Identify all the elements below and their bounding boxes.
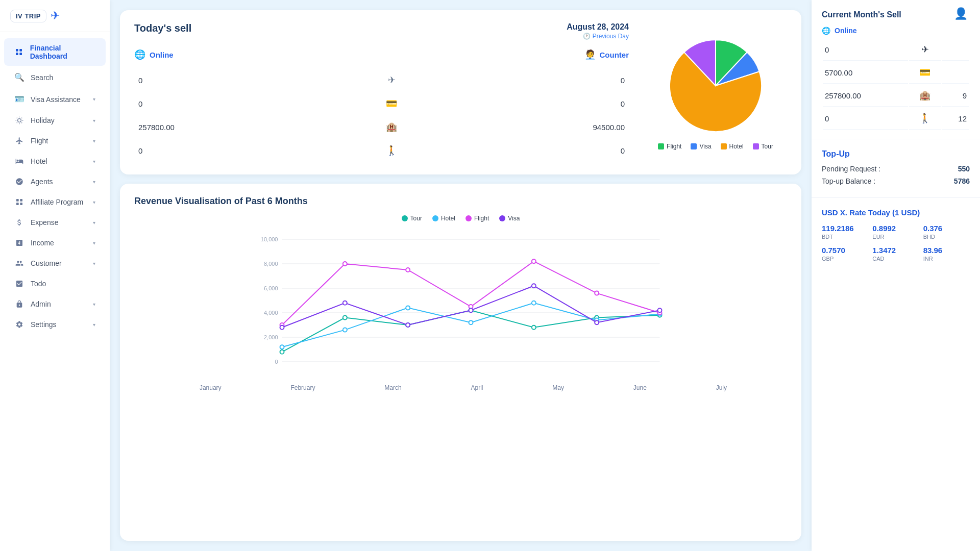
svg-rect-0	[16, 49, 18, 52]
sidebar-item-holiday[interactable]: Holiday ▾	[4, 111, 106, 130]
usd-rate-gbp: 0.7570 GBP	[822, 246, 868, 262]
current-icon: 🚶	[909, 108, 941, 130]
pending-label: Pending Request :	[822, 165, 880, 173]
dot-tour-0	[280, 350, 284, 354]
todays-sell-card: Today's sell August 28, 2024 🕐 Previous …	[120, 10, 801, 174]
month-label: January	[200, 384, 222, 391]
usd-rate-bdt: 119.2186 BDT	[822, 224, 868, 240]
svg-text:10,000: 10,000	[261, 236, 278, 242]
nav-icon-affiliate-program	[14, 198, 24, 206]
sidebar: IV TRIP ✈ Financial Dashboard 🔍 Search 🪪…	[0, 0, 110, 551]
sell-chart: FlightVisaHotelTour	[644, 22, 787, 162]
chevron-icon: ▾	[93, 240, 95, 246]
revenue-title: Revenue Visualisation of Past 6 Months	[134, 196, 787, 207]
balance-val: 5786	[954, 177, 970, 185]
user-avatar[interactable]: 👤	[954, 7, 968, 20]
usd-value: 1.3472	[872, 246, 919, 255]
svg-text:6,000: 6,000	[264, 285, 278, 291]
chevron-icon: ▾	[93, 220, 95, 226]
usd-currency: EUR	[872, 234, 919, 240]
sidebar-nav: Financial Dashboard 🔍 Search 🪪 Visa Assi…	[0, 32, 110, 340]
svg-rect-13	[16, 199, 19, 202]
dot-visa-6	[658, 308, 662, 312]
sidebar-item-agents[interactable]: Agents ▾	[4, 172, 106, 191]
nav-icon-agents	[14, 178, 24, 186]
sidebar-item-flight[interactable]: Flight ▾	[4, 131, 106, 151]
chevron-icon: ▾	[93, 179, 95, 185]
right-panel: Current Month's Sell 🌐 Online 0 ✈ 5700.0…	[812, 0, 980, 551]
chevron-icon: ▾	[93, 118, 95, 123]
usd-rate-inr: 83.96 INR	[923, 246, 970, 262]
month-label: February	[290, 384, 315, 391]
sell-counter-val: 0	[438, 139, 629, 162]
sidebar-item-settings[interactable]: Settings ▾	[4, 315, 106, 334]
current-val: 5700.00	[823, 62, 908, 84]
sidebar-item-visa-assistance[interactable]: 🪪 Visa Assistance ▾	[4, 89, 106, 110]
month-label: July	[716, 384, 727, 391]
revenue-legend-tour: Tour	[402, 215, 422, 222]
nav-label-customer: Customer	[31, 259, 62, 267]
chevron-icon: ▾	[93, 138, 95, 144]
usd-currency: CAD	[872, 256, 919, 262]
logo-plane-icon: ✈	[51, 9, 60, 22]
pending-val: 550	[958, 165, 970, 173]
usd-rate-cad: 1.3472 CAD	[872, 246, 919, 262]
usd-title: USD X. Rate Today (1 USD)	[822, 208, 970, 217]
nav-icon-search: 🔍	[14, 72, 24, 82]
sell-online-val: 0	[134, 139, 346, 162]
sell-counter-val: 0	[438, 68, 629, 92]
nav-icon-financial-dashboard	[14, 48, 24, 56]
month-label: March	[384, 384, 401, 391]
chevron-icon: ▾	[93, 302, 95, 307]
sidebar-item-income[interactable]: Income ▾	[4, 233, 106, 253]
dot-tour-4	[532, 325, 536, 330]
nav-label-expense: Expense	[31, 218, 58, 227]
sidebar-item-customer[interactable]: Customer ▾	[4, 254, 106, 273]
legend-item-flight: Flight	[658, 143, 681, 150]
sidebar-item-financial-dashboard[interactable]: Financial Dashboard	[4, 38, 106, 66]
usd-section: USD X. Rate Today (1 USD) 119.2186 BDT 0…	[812, 198, 980, 270]
current-month-row: 5700.00 💳	[823, 62, 969, 84]
sidebar-item-search[interactable]: 🔍 Search	[4, 67, 106, 88]
clock-icon: 🕐	[583, 33, 591, 40]
dot-visa-0	[280, 325, 284, 330]
svg-text:4,000: 4,000	[264, 310, 278, 316]
current-month-row: 0 🚶 12	[823, 108, 969, 130]
current-month-row: 0 ✈	[823, 39, 969, 61]
sidebar-item-expense[interactable]: Expense ▾	[4, 213, 106, 232]
main-content: Today's sell August 28, 2024 🕐 Previous …	[110, 0, 812, 551]
svg-line-7	[17, 118, 17, 118]
chevron-icon: ▾	[93, 159, 95, 164]
dot-flight-2	[406, 268, 410, 272]
sidebar-item-hotel[interactable]: Hotel ▾	[4, 152, 106, 171]
usd-currency: INR	[923, 256, 970, 262]
revenue-legend-hotel: Hotel	[432, 215, 455, 222]
sidebar-item-todo[interactable]: Todo	[4, 274, 106, 293]
prev-day-button[interactable]: 🕐 Previous Day	[567, 33, 629, 40]
dot-hotel-3	[469, 320, 473, 324]
month-label: June	[633, 384, 647, 391]
sidebar-item-admin[interactable]: Admin ▾	[4, 294, 106, 314]
logo-area: IV TRIP ✈	[0, 0, 110, 32]
nav-icon-todo	[14, 280, 24, 288]
current-month-title: Current Month's Sell	[822, 10, 970, 19]
sell-row-icon: 💳	[346, 92, 438, 115]
sell-online-val: 0	[134, 92, 346, 115]
nav-label-holiday: Holiday	[31, 116, 55, 124]
counter-icon: 🧑‍💼	[584, 49, 596, 60]
nav-label-agents: Agents	[31, 178, 53, 186]
nav-label-financial-dashboard: Financial Dashboard	[30, 44, 95, 60]
current-icon: 🏨	[909, 85, 941, 107]
svg-rect-1	[20, 49, 22, 52]
svg-text:0: 0	[275, 359, 278, 365]
sell-row: 0 🚶 0	[134, 139, 629, 162]
current-icon: 💳	[909, 62, 941, 84]
nav-label-income: Income	[31, 239, 54, 247]
dot-visa-5	[595, 320, 599, 324]
current-month-section: Current Month's Sell 🌐 Online 0 ✈ 5700.0…	[812, 0, 980, 139]
sidebar-item-affiliate-program[interactable]: Affiliate Program ▾	[4, 192, 106, 212]
current-right-val	[942, 62, 969, 84]
nav-label-flight: Flight	[31, 137, 48, 145]
line-chart-svg: 02,0004,0006,0008,00010,000	[134, 229, 787, 382]
online-globe-icon-right: 🌐	[822, 27, 830, 35]
